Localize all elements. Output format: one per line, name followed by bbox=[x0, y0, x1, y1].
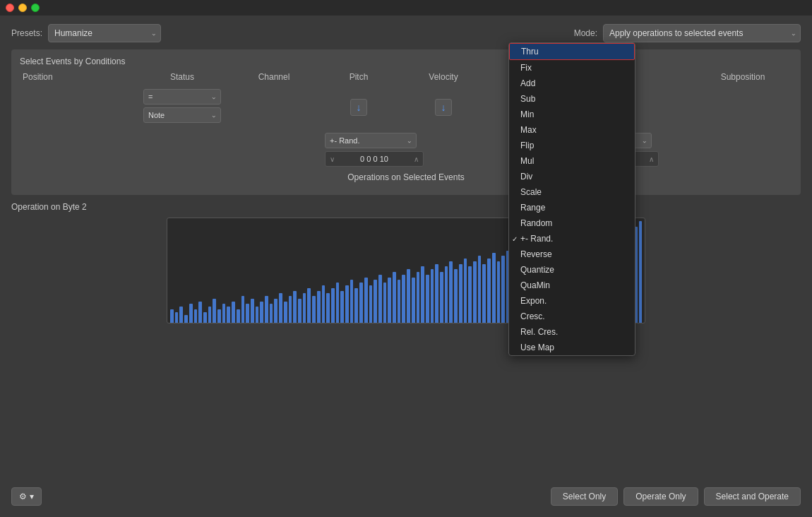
operations-label: Operations on Selected Events bbox=[20, 167, 792, 188]
chart-bar bbox=[213, 299, 216, 323]
chart-bar bbox=[189, 304, 193, 323]
chart-bar bbox=[279, 293, 282, 323]
chart-bar bbox=[265, 296, 268, 323]
select-and-operate-button[interactable]: Select and Operate bbox=[704, 487, 801, 506]
controls-row: = Note ↓ ↓ bbox=[20, 89, 792, 123]
chart-bar bbox=[289, 296, 292, 323]
dropdown-item-min[interactable]: Min bbox=[509, 107, 635, 122]
dropdown-item-quamin[interactable]: QuaMin bbox=[509, 278, 635, 293]
chart-bar bbox=[378, 275, 382, 323]
chart-bar bbox=[359, 283, 363, 323]
dropdown-item-sub[interactable]: Sub bbox=[509, 91, 635, 107]
dropdown-item-cresc-[interactable]: Cresc. bbox=[509, 309, 635, 324]
chart-bar bbox=[336, 283, 340, 323]
title-bar bbox=[0, 0, 812, 16]
presets-select[interactable]: Humanize bbox=[48, 24, 161, 42]
chart-bar bbox=[307, 288, 311, 323]
equals-select[interactable]: = bbox=[143, 89, 221, 105]
col-subposition: Subposition bbox=[693, 71, 792, 83]
dropdown-item-random[interactable]: Random bbox=[509, 215, 635, 231]
note-select[interactable]: Note bbox=[143, 107, 221, 123]
dropdown-item-flip[interactable]: Flip bbox=[509, 138, 635, 153]
presets-row: Presets: Humanize bbox=[11, 24, 161, 42]
chart-bar bbox=[468, 266, 472, 323]
chart-bar bbox=[194, 309, 198, 323]
chart-bar bbox=[322, 285, 326, 323]
chart-bar bbox=[449, 261, 453, 323]
select-only-button[interactable]: Select Only bbox=[551, 487, 618, 506]
mode-select[interactable]: Apply operations to selected events bbox=[603, 24, 801, 42]
chart-bar bbox=[497, 261, 501, 323]
gear-button[interactable]: ⚙ ▾ bbox=[11, 487, 42, 506]
chart-bar bbox=[251, 299, 254, 323]
gear-icon: ⚙ bbox=[19, 492, 27, 501]
dropdown-item-max[interactable]: Max bbox=[509, 122, 635, 138]
pitch-down-arrow[interactable]: ↓ bbox=[350, 99, 367, 116]
chart-bar bbox=[179, 307, 183, 323]
dropdown-item-fix[interactable]: Fix bbox=[509, 60, 635, 76]
minimize-button[interactable] bbox=[18, 4, 27, 12]
chart-bar bbox=[383, 283, 387, 323]
pitch-arrow-cell: ↓ bbox=[316, 99, 401, 116]
dropdown-item-use-map[interactable]: Use Map bbox=[509, 340, 635, 355]
column-headers: Position Status Channel Pitch Velocity S… bbox=[20, 71, 792, 83]
dropdown-item-div[interactable]: Div bbox=[509, 169, 635, 184]
dropdown-item-rel--cres-[interactable]: Rel. Cres. bbox=[509, 324, 635, 340]
operate-only-button[interactable]: Operate Only bbox=[623, 487, 698, 506]
chart-bar bbox=[345, 285, 349, 323]
byte2-section: Operation on Byte 2 bbox=[11, 202, 801, 477]
chevron-down-icon: ▾ bbox=[30, 492, 34, 501]
chart-bar bbox=[431, 269, 434, 323]
chart-bar bbox=[232, 302, 235, 323]
left-stepper-down[interactable]: ∨ bbox=[328, 155, 336, 163]
chart-bar bbox=[364, 278, 368, 323]
chart-bar bbox=[374, 280, 377, 323]
action-buttons: Select Only Operate Only Select and Oper… bbox=[551, 487, 801, 506]
maximize-button[interactable] bbox=[31, 4, 40, 12]
col-pitch: Pitch bbox=[316, 71, 401, 83]
left-rand-select[interactable]: +- Rand. bbox=[325, 133, 417, 148]
col-velocity: Velocity bbox=[401, 71, 486, 83]
col-status: Status bbox=[133, 71, 232, 83]
chart-bar bbox=[331, 288, 335, 323]
chart-bar bbox=[639, 221, 643, 323]
presets-select-wrapper: Humanize bbox=[48, 24, 161, 42]
status-controls: = Note bbox=[133, 89, 232, 123]
mode-row: Mode: Apply operations to selected event… bbox=[574, 24, 801, 42]
chart-bar bbox=[312, 296, 316, 323]
rand-row: +- Rand. ∨ 0 0 0 10 ∧ +- Rand. ∨ bbox=[20, 133, 792, 167]
dropdown-item----rand-[interactable]: +- Rand. bbox=[509, 231, 635, 246]
chart-bar bbox=[274, 299, 277, 323]
left-stepper-value: 0 0 0 10 bbox=[338, 155, 411, 163]
col-channel: Channel bbox=[232, 71, 316, 83]
dropdown-item-expon-[interactable]: Expon. bbox=[509, 293, 635, 309]
chart-bar bbox=[407, 269, 410, 323]
chart-bar bbox=[326, 293, 330, 323]
right-stepper-up[interactable]: ∧ bbox=[647, 155, 655, 163]
dropdown-item-quantize[interactable]: Quantize bbox=[509, 262, 635, 278]
dropdown-item-thru[interactable]: Thru bbox=[509, 43, 635, 60]
left-stepper-up[interactable]: ∧ bbox=[412, 155, 420, 163]
dropdown-item-reverse[interactable]: Reverse bbox=[509, 246, 635, 262]
chart-bar bbox=[426, 275, 429, 323]
dropdown-item-mul[interactable]: Mul bbox=[509, 153, 635, 169]
dropdown-item-add[interactable]: Add bbox=[509, 76, 635, 91]
chart-bar bbox=[464, 258, 467, 323]
chart-bar bbox=[198, 302, 202, 323]
events-section: Select Events by Conditions Position Sta… bbox=[11, 49, 801, 195]
close-button[interactable] bbox=[6, 4, 14, 12]
chart-bar bbox=[246, 304, 249, 323]
velocity-down-arrow[interactable]: ↓ bbox=[435, 99, 452, 116]
chart-bar bbox=[237, 309, 240, 323]
col-position: Position bbox=[20, 71, 133, 83]
operation-dropdown: ThruFixAddSubMinMaxFlipMulDivScaleRangeR… bbox=[508, 42, 635, 356]
dropdown-item-scale[interactable]: Scale bbox=[509, 184, 635, 200]
chart-bar bbox=[170, 309, 174, 323]
dropdown-item-range[interactable]: Range bbox=[509, 200, 635, 215]
byte2-label: Operation on Byte 2 bbox=[11, 202, 801, 212]
chart-bar bbox=[402, 275, 405, 323]
chart-bar bbox=[482, 264, 486, 323]
chart-bar bbox=[435, 264, 438, 323]
chart-bar bbox=[175, 312, 179, 323]
select-events-label: Select Events by Conditions bbox=[20, 57, 792, 66]
